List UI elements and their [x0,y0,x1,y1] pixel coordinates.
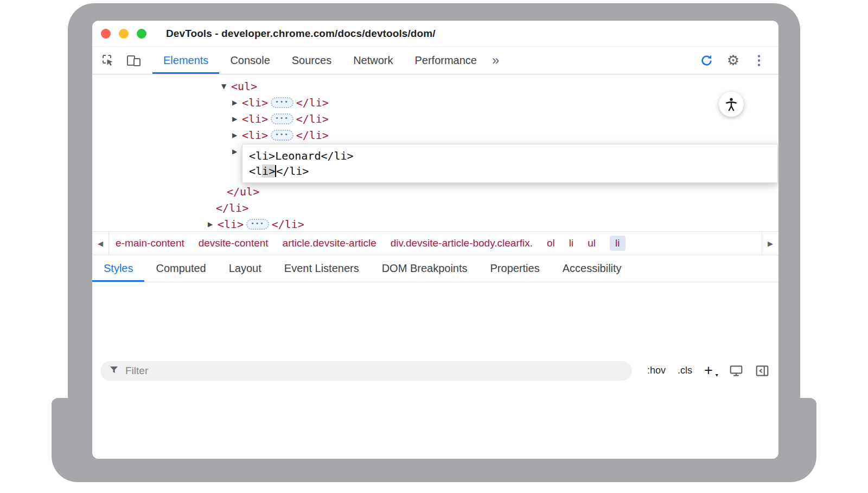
breadcrumb-item[interactable]: li [569,237,573,249]
breadcrumb-item[interactable]: ol [547,237,555,249]
filter-funnel-icon [109,365,119,377]
expand-arrow-icon[interactable]: ▶ [232,143,242,160]
text-selection: i> [262,165,275,178]
sidebar-tab-event-listeners[interactable]: Event Listeners [273,255,371,282]
dom-tree-line[interactable]: ▼<li> [208,74,244,78]
dom-tree-line[interactable]: </li> [216,200,248,216]
toolbar-left-icons [92,47,147,74]
expand-ellipsis-icon[interactable]: ••• [271,113,293,124]
toggle-sidebar-icon[interactable] [755,364,769,377]
sidebar-tab-styles[interactable]: Styles [92,255,144,282]
breadcrumb-item[interactable]: article.devsite-article [283,237,376,249]
styles-toolbar: Filter :hov .cls +▾ [92,282,778,459]
sync-icon[interactable] [699,53,714,68]
edit-line-2: <li></li> [249,163,771,179]
breadcrumb-next-icon[interactable]: ▶ [762,232,778,255]
expand-arrow-icon[interactable]: ▶ [232,94,242,111]
dom-tree-line[interactable]: ▶<li>•••</li> [232,111,329,127]
accessibility-icon[interactable] [719,92,744,117]
tab-performance[interactable]: Performance [404,47,488,74]
tab-console[interactable]: Console [219,47,280,74]
devtools-window: DevTools - developer.chrome.com/docs/dev… [92,21,778,459]
breadcrumb-items: e-main-contentdevsite-contentarticle.dev… [109,232,762,255]
sidebar-tab-accessibility[interactable]: Accessibility [551,255,633,282]
collapse-arrow-icon[interactable]: ▼ [208,74,218,78]
edit-line-1: <li>Leonard</li> [249,148,771,163]
settings-gear-icon[interactable]: ⚙ [727,53,739,67]
more-options-icon[interactable]: ⋮ [752,54,765,67]
breadcrumb-item[interactable]: li [610,236,625,251]
expand-arrow-icon[interactable]: ▶ [232,127,242,143]
pseudo-state-button[interactable]: :hov [647,365,666,376]
collapse-arrow-icon[interactable]: ▼ [221,78,231,94]
tab-elements[interactable]: Elements [152,47,219,74]
inspect-element-icon[interactable] [101,53,115,67]
minimize-button[interactable] [119,29,129,39]
dom-tree-line[interactable]: ▶<li>•••</li> [232,94,329,111]
tab-sources[interactable]: Sources [281,47,342,74]
breadcrumb-prev-icon[interactable]: ◀ [92,232,109,255]
sidebar-tab-layout[interactable]: Layout [218,255,273,282]
dom-tree-line[interactable]: ▶<li>•••</li> [208,216,304,231]
sidebar-tab-properties[interactable]: Properties [479,255,551,282]
filter-input[interactable]: Filter [100,361,632,381]
filter-placeholder: Filter [125,365,148,377]
main-toolbar: ElementsConsoleSourcesNetworkPerformance… [92,47,778,74]
monitor-icon[interactable] [729,364,743,377]
toolbar-right-icons: ⚙ ⋮ [699,47,778,74]
sidebar-tab-strip: StylesComputedLayoutEvent ListenersDOM B… [92,255,778,282]
more-tabs-icon[interactable]: » [492,53,499,68]
breadcrumb-item[interactable]: ul [588,237,596,249]
new-style-rule-button[interactable]: +▾ [704,363,713,378]
dom-edit-box[interactable]: <li>Leonard</li><li></li> [242,144,778,183]
titlebar: DevTools - developer.chrome.com/docs/dev… [92,21,778,47]
expand-arrow-icon[interactable]: ▶ [232,111,242,127]
close-button[interactable] [101,29,111,39]
window-title: DevTools - developer.chrome.com/docs/dev… [166,28,436,40]
sidebar-tab-computed[interactable]: Computed [144,255,217,282]
breadcrumb: ◀ e-main-contentdevsite-contentarticle.d… [92,231,778,255]
dom-tree-line[interactable]: ▼<ul> [221,78,257,94]
expand-ellipsis-icon[interactable]: ••• [271,130,293,141]
dom-tree-line[interactable]: </ul> [227,184,259,200]
sidebar-tab-dom-breakpoints[interactable]: DOM Breakpoints [371,255,479,282]
dom-tree-line[interactable]: ▶<li>Leonard</li><li></li> [232,143,778,183]
zoom-button[interactable] [137,29,146,39]
window-controls [92,29,146,39]
dom-tree-line[interactable]: ▶<li>•••</li> [232,127,329,143]
breadcrumb-item[interactable]: div.devsite-article-body.clearfix. [391,237,533,249]
class-toggle-button[interactable]: .cls [678,365,692,376]
expand-ellipsis-icon[interactable]: ••• [246,219,269,230]
breadcrumb-item[interactable]: e-main-content [116,237,184,249]
expand-arrow-icon[interactable]: ▶ [208,216,218,231]
dom-tree: ▼<li>▼<ul>▶<li>•••</li>▶<li>•••</li>▶<li… [92,74,778,231]
breadcrumb-item[interactable]: devsite-content [199,237,269,249]
expand-ellipsis-icon[interactable]: ••• [271,97,293,108]
panel-tab-strip: ElementsConsoleSourcesNetworkPerformance [152,47,488,74]
device-toolbar-icon[interactable] [126,54,142,67]
tab-network[interactable]: Network [342,47,404,74]
chevron-down-icon: ▾ [716,372,718,378]
